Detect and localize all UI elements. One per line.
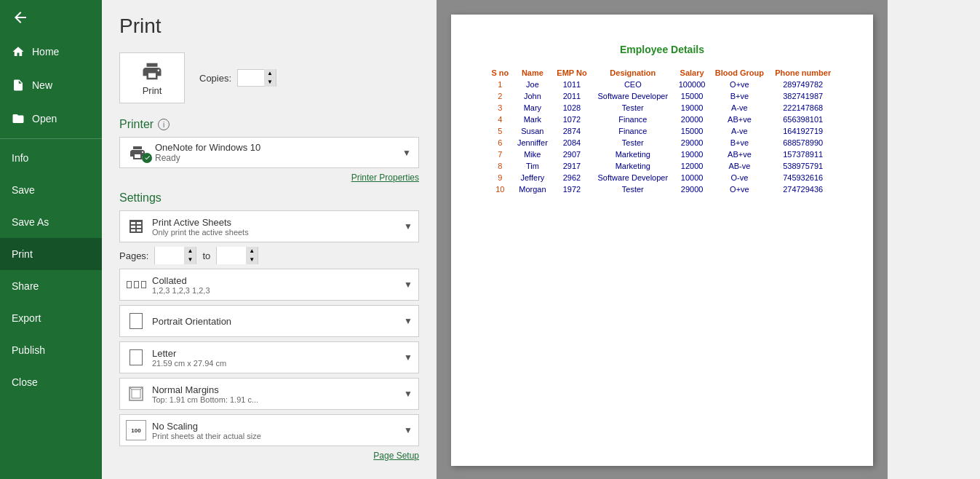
- printer-ready-check: [142, 153, 152, 163]
- copies-spinners: ▲ ▼: [264, 69, 276, 87]
- table-cell: 2907: [552, 149, 591, 160]
- sidebar-item-save[interactable]: Save: [0, 174, 102, 206]
- orientation-dropdown[interactable]: Portrait Orientation ▼: [119, 305, 419, 337]
- table-icon: [127, 218, 145, 235]
- table-cell: Tim: [513, 160, 552, 172]
- printer-info-icon[interactable]: i: [158, 119, 170, 130]
- table-row: 3Mary1028Tester19000A-ve222147868: [487, 102, 837, 114]
- printer-properties-link[interactable]: Printer Properties: [119, 173, 419, 183]
- collation-dropdown[interactable]: Collated 1,2,3 1,2,3 1,2,3 ▼: [119, 269, 419, 301]
- pages-from-input-wrap: ▲ ▼: [154, 247, 196, 264]
- sidebar-item-publish[interactable]: Publish: [0, 334, 102, 366]
- table-cell: 2874: [552, 125, 591, 137]
- table-cell: 3: [487, 102, 513, 114]
- table-cell: 15000: [674, 125, 710, 137]
- table-row: 2John2011Software Developer15000B+ve3827…: [487, 90, 837, 102]
- table-cell: 10: [487, 183, 513, 195]
- table-cell: 1072: [552, 114, 591, 125]
- table-cell: Tester: [591, 102, 674, 114]
- pages-to-up[interactable]: ▲: [246, 247, 258, 256]
- paper-info: Letter 21.59 cm x 27.94 cm: [152, 348, 398, 368]
- paper-sub: 21.59 cm x 27.94 cm: [152, 359, 398, 368]
- table-row: 1Joe1011CEO100000O+ve289749782: [487, 79, 837, 90]
- pages-to-field[interactable]: [217, 247, 246, 264]
- sidebar-item-home[interactable]: Home: [0, 35, 102, 68]
- table-cell: Marketing: [591, 160, 674, 172]
- table-cell: A-ve: [709, 125, 769, 137]
- new-icon: [12, 79, 25, 92]
- sidebar-publish-label: Publish: [12, 344, 45, 356]
- printer-dropdown-arrow: ▼: [402, 148, 411, 158]
- table-cell: 745932616: [769, 172, 837, 183]
- table-cell: John: [513, 90, 552, 102]
- table-cell: 222147868: [769, 102, 837, 114]
- home-icon: [12, 45, 25, 58]
- print-scope-main: Print Active Sheets: [152, 217, 398, 228]
- table-cell: Morgan: [513, 183, 552, 195]
- checkmark-icon: [144, 154, 151, 161]
- table-header-cell: Blood Group: [709, 67, 769, 79]
- pages-to-down[interactable]: ▼: [246, 256, 258, 264]
- paper-size-dropdown[interactable]: Letter 21.59 cm x 27.94 cm ▼: [119, 341, 419, 373]
- sidebar-item-open[interactable]: Open: [0, 102, 102, 135]
- table-cell: 1972: [552, 183, 591, 195]
- table-cell: AB+ve: [709, 149, 769, 160]
- table-cell: Susan: [513, 125, 552, 137]
- back-button[interactable]: [0, 0, 102, 35]
- pages-from-field[interactable]: [155, 247, 184, 264]
- table-cell: 2011: [552, 90, 591, 102]
- print-scope-sub: Only print the active sheets: [152, 228, 398, 237]
- table-cell: CEO: [591, 79, 674, 90]
- sidebar-info-label: Info: [12, 152, 28, 164]
- scaling-main: No Scaling: [152, 421, 398, 432]
- print-action-section: Print Copies: 1 ▲ ▼: [119, 52, 419, 103]
- preview-table: S noNameEMP NoDesignationSalaryBlood Gro…: [487, 67, 837, 195]
- table-row: 10Morgan1972Tester29000O+ve274729436: [487, 183, 837, 195]
- table-cell: 164192719: [769, 125, 837, 137]
- orientation-main: Portrait Orientation: [152, 316, 398, 327]
- scaling-dropdown[interactable]: 100 No Scaling Print sheets at their act…: [119, 414, 419, 446]
- copies-down-button[interactable]: ▼: [264, 78, 276, 87]
- table-cell: 8: [487, 160, 513, 172]
- table-row: 4Mark1072Finance20000AB+ve656398101: [487, 114, 837, 125]
- margins-dropdown[interactable]: Normal Margins Top: 1.91 cm Bottom: 1.91…: [119, 378, 419, 410]
- table-cell: 274729436: [769, 183, 837, 195]
- pages-from-down[interactable]: ▼: [184, 256, 196, 264]
- sidebar-export-label: Export: [12, 312, 41, 324]
- no-scale-icon: 100: [126, 420, 146, 440]
- sidebar-item-new[interactable]: New: [0, 68, 102, 102]
- print-scope-dropdown[interactable]: Print Active Sheets Only print the activ…: [119, 210, 419, 242]
- letter-icon: [130, 349, 143, 365]
- margins-sub: Top: 1.91 cm Bottom: 1.91 c...: [152, 395, 398, 404]
- sidebar-item-info[interactable]: Info: [0, 142, 102, 174]
- pages-from-up[interactable]: ▲: [184, 247, 196, 256]
- page-setup-link[interactable]: Page Setup: [119, 451, 419, 461]
- table-cell: Tester: [591, 137, 674, 149]
- table-cell: 10000: [674, 172, 710, 183]
- pages-to-input-wrap: ▲ ▼: [216, 247, 258, 264]
- paper-dropdown-arrow: ▼: [404, 352, 413, 363]
- printer-dropdown[interactable]: OneNote for Windows 10 Ready ▼: [119, 137, 419, 168]
- table-cell: O+ve: [709, 183, 769, 195]
- table-cell: B+ve: [709, 90, 769, 102]
- scaling-dropdown-arrow: ▼: [404, 425, 413, 435]
- print-button[interactable]: Print: [119, 52, 185, 103]
- preview-panel: Employee Details S noNameEMP NoDesignati…: [437, 0, 888, 479]
- sidebar-item-print[interactable]: Print: [0, 238, 102, 270]
- copies-field[interactable]: 1: [238, 70, 264, 86]
- sidebar: Home New Open Info Save Save As Print Sh…: [0, 0, 102, 479]
- sidebar-item-save-as[interactable]: Save As: [0, 206, 102, 238]
- print-panel: Print Print Copies: 1 ▲ ▼: [102, 0, 888, 479]
- table-cell: Jenniffer: [513, 137, 552, 149]
- copies-up-button[interactable]: ▲: [264, 69, 276, 78]
- table-cell: 4: [487, 114, 513, 125]
- portrait-icon: [130, 313, 143, 329]
- copies-input-wrapper: 1 ▲ ▼: [237, 69, 276, 87]
- sidebar-divider-1: [0, 138, 102, 139]
- sidebar-item-share[interactable]: Share: [0, 270, 102, 302]
- sidebar-item-close[interactable]: Close: [0, 366, 102, 398]
- sidebar-item-export[interactable]: Export: [0, 302, 102, 334]
- table-cell: 9: [487, 172, 513, 183]
- print-scope-info: Print Active Sheets Only print the activ…: [152, 217, 398, 237]
- paper-main: Letter: [152, 348, 398, 359]
